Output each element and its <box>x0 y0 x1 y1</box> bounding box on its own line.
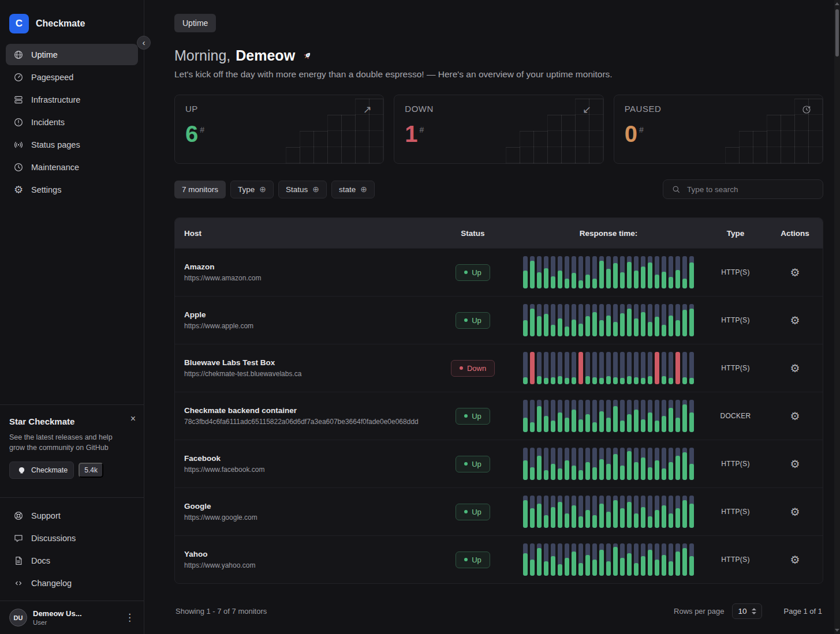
window-scrollbar[interactable] <box>834 0 840 634</box>
search-input[interactable] <box>687 185 816 194</box>
status-dot-icon <box>464 271 468 274</box>
table-row-google[interactable]: Google https://www.google.com Up HTTP(S)… <box>175 487 823 535</box>
table-row-yahoo[interactable]: Yahoo https://www.yahoo.com Up HTTP(S) ⚙ <box>175 535 823 583</box>
response-bar <box>613 400 618 432</box>
response-bar <box>669 448 673 480</box>
greeting-prefix: Morning, <box>174 47 230 64</box>
response-bar <box>655 543 659 576</box>
response-bar <box>648 448 652 480</box>
response-bar <box>585 304 590 336</box>
response-bar <box>558 256 562 288</box>
gear-icon[interactable]: ⚙ <box>790 363 800 374</box>
response-bar <box>544 304 548 336</box>
response-bar <box>592 400 597 432</box>
page-chip-uptime[interactable]: Uptime <box>174 14 216 32</box>
gear-icon[interactable]: ⚙ <box>790 267 800 278</box>
github-repo-button[interactable]: Checkmate <box>9 462 74 479</box>
response-bar <box>613 352 618 384</box>
star-card-title: Star Checkmate <box>9 417 135 426</box>
stat-unit: # <box>420 125 424 134</box>
response-bar <box>669 304 673 336</box>
gear-icon[interactable]: ⚙ <box>790 507 800 517</box>
brand-logo-row[interactable]: C Checkmate <box>0 0 144 44</box>
monitor-count-chip[interactable]: 7 monitors <box>174 181 226 198</box>
rows-per-page-select[interactable]: 10 <box>732 603 761 619</box>
filter-chip-state[interactable]: state ⊕ <box>331 181 375 198</box>
response-time-chart <box>513 496 704 528</box>
response-bar <box>606 543 611 576</box>
response-bar <box>551 543 555 576</box>
sidebar-item-maintenance[interactable]: Maintenance <box>6 156 138 178</box>
response-bar <box>599 496 604 528</box>
sidebar-item-status-pages[interactable]: Status pages <box>6 134 138 155</box>
filter-chip-status[interactable]: Status ⊕ <box>278 181 327 198</box>
response-bar <box>558 448 562 480</box>
monitor-url: https://www.google.com <box>184 513 432 522</box>
table-row-amazon[interactable]: Amazon https://www.amazon.com Up HTTP(S)… <box>175 248 823 296</box>
sidebar-item-infrastructure[interactable]: Infrastructure <box>6 89 138 110</box>
response-bar <box>627 400 632 432</box>
scrollbar-thumb[interactable] <box>835 9 839 57</box>
response-bar <box>620 256 625 288</box>
monitor-type: HTTP(S) <box>704 460 767 468</box>
response-bar <box>655 448 659 480</box>
table-row-checkmate-backend-container[interactable]: Checkmate backend container 78c3fbd4c6fa… <box>175 392 823 440</box>
stat-unit: # <box>639 125 644 134</box>
discussions-icon <box>13 532 24 544</box>
response-bar <box>606 352 611 384</box>
response-bar <box>537 400 542 432</box>
scrollbar-down-icon[interactable] <box>835 629 839 632</box>
sidebar-item-pagespeed[interactable]: Pagespeed <box>6 66 138 88</box>
dark-mode-toggle[interactable] <box>111 617 113 619</box>
sidebar-item-settings[interactable]: ⚙ Settings <box>6 179 138 200</box>
sidebar-item-support[interactable]: Support <box>6 505 138 526</box>
user-menu-button[interactable]: ⋮ <box>125 613 135 622</box>
sidebar-secondary-nav: Support Discussions Docs Changelog <box>0 497 144 601</box>
table-row-apple[interactable]: Apple https://www.apple.com Up HTTP(S) ⚙ <box>175 296 823 344</box>
monitor-type: HTTP(S) <box>704 268 767 276</box>
filter-chip-type[interactable]: Type ⊕ <box>230 181 274 198</box>
response-bar <box>565 256 569 288</box>
sidebar-item-uptime[interactable]: Uptime <box>6 44 138 65</box>
table-row-bluewave-labs-test-box[interactable]: Bluewave Labs Test Box https://chekmate-… <box>175 344 823 392</box>
response-bar <box>537 543 542 576</box>
response-bar <box>578 496 583 528</box>
sidebar-item-incidents[interactable]: Incidents <box>6 111 138 133</box>
response-bar <box>627 304 632 336</box>
sidebar-item-changelog[interactable]: Changelog <box>6 572 138 594</box>
response-bar <box>530 400 535 432</box>
github-star-count[interactable]: 5.4k <box>79 463 103 478</box>
response-bar <box>641 448 645 480</box>
response-bar <box>689 496 694 528</box>
search-box[interactable] <box>663 179 823 199</box>
gear-icon[interactable]: ⚙ <box>790 411 800 422</box>
sidebar-item-docs[interactable]: Docs <box>6 550 138 571</box>
response-bar <box>606 304 611 336</box>
sidebar-collapse-button[interactable]: ‹ <box>137 36 151 50</box>
monitor-name: Google <box>184 502 432 511</box>
star-checkmate-card: Star Checkmate × See the latest releases… <box>0 404 144 490</box>
response-bar <box>641 256 645 288</box>
user-row[interactable]: DU Demeow Us... User ⋮ <box>0 601 144 634</box>
response-bar <box>669 256 673 288</box>
response-bar <box>599 352 604 384</box>
response-time-chart <box>513 448 704 480</box>
gear-icon[interactable]: ⚙ <box>790 459 800 470</box>
response-bar <box>662 543 666 576</box>
gear-icon[interactable]: ⚙ <box>790 315 800 326</box>
gear-icon[interactable]: ⚙ <box>790 554 800 565</box>
table-row-facebook[interactable]: Facebook https://www.facebook.com Up HTT… <box>175 440 823 487</box>
response-bar <box>613 256 618 288</box>
response-bar <box>537 304 542 336</box>
response-bar <box>544 256 548 288</box>
response-bar <box>585 256 590 288</box>
table-header: Host Status Response time: Type Actions <box>175 218 823 248</box>
close-icon[interactable]: × <box>130 414 136 423</box>
column-actions: Actions <box>767 229 823 238</box>
sidebar-item-discussions[interactable]: Discussions <box>6 527 138 549</box>
search-icon <box>670 183 682 195</box>
response-bar <box>523 400 528 432</box>
scrollbar-up-icon[interactable] <box>835 2 839 5</box>
response-bar <box>565 448 569 480</box>
response-bar <box>662 496 666 528</box>
